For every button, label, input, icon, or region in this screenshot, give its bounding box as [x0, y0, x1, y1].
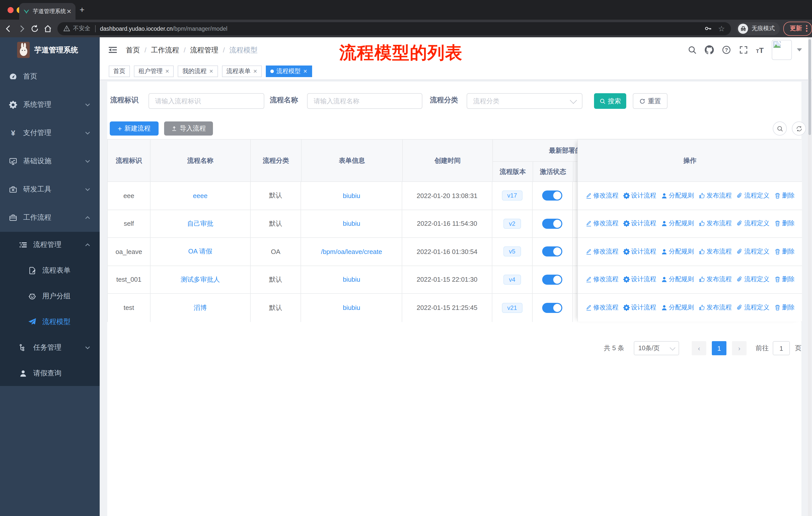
active-toggle[interactable]	[542, 275, 562, 285]
sidebar-item-dev-tools[interactable]: 研发工具	[0, 175, 100, 203]
sidebar-collapse-icon[interactable]	[108, 45, 118, 55]
action-delete[interactable]: 删除	[774, 304, 794, 312]
action-design-process[interactable]: 设计流程	[623, 304, 656, 312]
action-design-process[interactable]: 设计流程	[623, 275, 656, 284]
cell-name-link[interactable]: eeee	[150, 182, 251, 209]
action-edit-process[interactable]: 修改流程	[585, 247, 618, 256]
bookmark-star-icon[interactable]: ☆	[718, 24, 725, 33]
cell-name-link[interactable]: 自己审批	[150, 210, 251, 237]
sidebar-item-payment[interactable]: ¥ 支付管理	[0, 119, 100, 147]
cell-name-link[interactable]: 滔博	[150, 294, 251, 322]
sidebar-item-process-management[interactable]: 流程管理	[0, 232, 100, 257]
tag-close-icon[interactable]: ✕	[303, 66, 307, 76]
action-assign-rule[interactable]: 分配规则	[661, 219, 694, 228]
sidebar-item-system[interactable]: 系统管理	[0, 91, 100, 119]
goto-page-input[interactable]	[773, 341, 790, 355]
tag-close-icon[interactable]: ✕	[165, 66, 169, 76]
sidebar-item-task-management[interactable]: 任务管理	[0, 334, 100, 360]
search-button[interactable]: 搜索	[594, 93, 626, 109]
sidebar-item-home[interactable]: 首页	[0, 62, 100, 91]
tag-process-model[interactable]: 流程模型✕	[266, 65, 312, 77]
action-process-definition[interactable]: 流程定义	[736, 219, 770, 228]
action-publish-process[interactable]: 发布流程	[698, 304, 732, 312]
browser-tab[interactable]: 芋道管理系统 ✕	[19, 3, 76, 20]
action-publish-process[interactable]: 发布流程	[698, 191, 732, 200]
action-delete[interactable]: 删除	[774, 219, 794, 228]
password-key-icon[interactable]	[704, 25, 712, 32]
tag-home[interactable]: 首页	[109, 65, 130, 77]
action-process-definition[interactable]: 流程定义	[736, 191, 770, 200]
action-assign-rule[interactable]: 分配规则	[661, 304, 694, 312]
import-process-button[interactable]: 导入流程	[164, 121, 213, 136]
action-process-definition[interactable]: 流程定义	[736, 304, 770, 312]
action-design-process[interactable]: 设计流程	[623, 191, 656, 200]
tag-my-process[interactable]: 我的流程✕	[178, 65, 218, 77]
action-publish-process[interactable]: 发布流程	[698, 247, 732, 256]
action-assign-rule[interactable]: 分配规则	[661, 247, 694, 256]
action-assign-rule[interactable]: 分配规则	[661, 191, 694, 200]
page-size-select[interactable]: 10条/页	[634, 341, 679, 355]
active-toggle[interactable]	[542, 303, 562, 313]
table-refresh-button[interactable]	[792, 121, 806, 136]
sidebar-item-user-group[interactable]: 用户分组	[0, 283, 100, 309]
category-select[interactable]: 流程分类	[467, 93, 582, 109]
help-icon[interactable]: ?	[722, 45, 731, 54]
font-size-icon[interactable]: TT	[756, 46, 764, 54]
next-page-button[interactable]: ›	[732, 341, 747, 355]
action-design-process[interactable]: 设计流程	[623, 247, 656, 256]
cell-form-link[interactable]: biubiu	[301, 182, 402, 209]
process-name-input[interactable]	[307, 93, 423, 109]
sidebar-item-process-form[interactable]: 流程表单	[0, 257, 100, 283]
action-edit-process[interactable]: 修改流程	[585, 191, 618, 200]
active-toggle[interactable]	[542, 219, 562, 229]
sidebar-item-infrastructure[interactable]: 基础设施	[0, 147, 100, 175]
action-delete[interactable]: 删除	[774, 275, 794, 284]
window-close-button[interactable]	[7, 7, 13, 13]
current-page-button[interactable]: 1	[712, 341, 726, 355]
breadcrumb-item[interactable]: 流程管理	[190, 46, 219, 55]
action-delete[interactable]: 删除	[774, 247, 794, 256]
tag-close-icon[interactable]: ✕	[209, 66, 213, 76]
page-scrollbar[interactable]	[808, 37, 812, 516]
create-process-button[interactable]: + 新建流程	[110, 121, 158, 136]
action-assign-rule[interactable]: 分配规则	[661, 275, 694, 284]
back-icon[interactable]	[4, 24, 13, 33]
action-edit-process[interactable]: 修改流程	[585, 275, 618, 284]
table-search-toggle-button[interactable]	[773, 121, 787, 136]
reload-icon[interactable]	[30, 24, 39, 33]
active-toggle[interactable]	[542, 191, 562, 201]
cell-form-link[interactable]: biubiu	[301, 266, 402, 293]
breadcrumb-item[interactable]: 首页	[126, 46, 140, 55]
update-button[interactable]: 更新	[783, 21, 812, 35]
sidebar-item-leave-query[interactable]: 请假查询	[0, 360, 100, 386]
forward-icon[interactable]	[17, 24, 26, 33]
sidebar-logo[interactable]: 芋道管理系统	[0, 37, 100, 62]
cell-form-link[interactable]: biubiu	[301, 294, 402, 322]
active-toggle[interactable]	[542, 247, 562, 257]
action-publish-process[interactable]: 发布流程	[698, 219, 732, 228]
home-icon[interactable]	[43, 24, 52, 33]
action-design-process[interactable]: 设计流程	[623, 219, 656, 228]
action-edit-process[interactable]: 修改流程	[585, 304, 618, 312]
address-bar[interactable]: 不安全 dashboard.yudao.iocoder.cn/bpm/manag…	[57, 22, 731, 35]
cell-name-link[interactable]: 测试多审批人	[150, 266, 251, 293]
tag-tenant[interactable]: 租户管理✕	[134, 65, 174, 77]
action-publish-process[interactable]: 发布流程	[698, 275, 732, 284]
search-icon[interactable]	[688, 45, 696, 54]
prev-page-button[interactable]: ‹	[692, 341, 706, 355]
fullscreen-icon[interactable]	[739, 45, 748, 54]
browser-menu-icon[interactable]	[806, 25, 808, 32]
cell-name-link[interactable]: OA 请假	[150, 238, 251, 265]
avatar[interactable]	[772, 40, 792, 60]
breadcrumb-item[interactable]: 工作流程	[151, 46, 179, 55]
process-key-input[interactable]	[148, 93, 264, 109]
scrollbar-thumb[interactable]	[809, 39, 811, 135]
action-edit-process[interactable]: 修改流程	[585, 219, 618, 228]
avatar-caret-icon[interactable]	[797, 48, 802, 51]
sidebar-item-workflow[interactable]: 工作流程	[0, 203, 100, 232]
action-process-definition[interactable]: 流程定义	[736, 247, 770, 256]
cell-form-link[interactable]: biubiu	[301, 210, 402, 237]
action-process-definition[interactable]: 流程定义	[736, 275, 770, 284]
tab-close-icon[interactable]: ✕	[66, 8, 71, 15]
sidebar-item-process-model[interactable]: 流程模型	[0, 309, 100, 334]
